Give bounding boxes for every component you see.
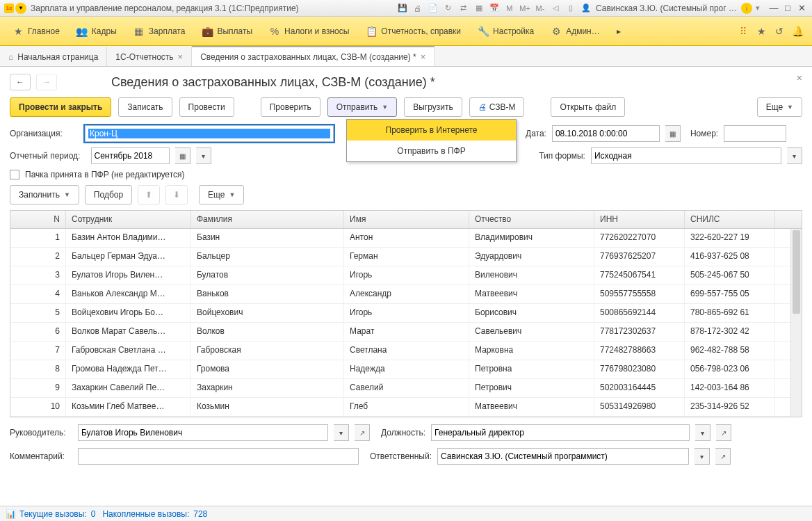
select-button[interactable]: Подбор xyxy=(85,185,132,205)
more-button[interactable]: Еще ▼ xyxy=(757,97,802,117)
menu-item-2[interactable]: ▦Зарплата xyxy=(125,17,194,45)
maximize-icon[interactable]: □ xyxy=(781,3,794,14)
export-button[interactable]: Выгрузить xyxy=(404,97,462,117)
table-row[interactable]: 5Войцехович Игорь Бо…ВойцеховичИгорьБори… xyxy=(10,304,802,323)
menu-item-4[interactable]: %Налоги и взносы xyxy=(261,17,357,45)
cell-inn: 775245067541 xyxy=(594,266,685,284)
tab-close-icon[interactable]: × xyxy=(178,51,184,62)
date-input[interactable]: 08.10.2018 0:00:00 xyxy=(552,125,660,142)
info-dropdown-icon[interactable]: ▾ xyxy=(752,3,763,14)
resp-dropdown-icon[interactable]: ▾ xyxy=(695,448,710,465)
date-picker-icon[interactable]: ▦ xyxy=(665,125,681,142)
period-input[interactable]: Сентябрь 2018 xyxy=(91,147,170,164)
post-close-button[interactable]: Провести и закрыть xyxy=(10,97,111,117)
head-open-icon[interactable]: ↗ xyxy=(355,424,370,441)
open-file-button[interactable]: Открыть файл xyxy=(551,97,625,117)
org-input[interactable]: Крон-Ц xyxy=(85,125,334,142)
table-row[interactable]: 2Бальцер Герман Эдуа…БальцерГерманЭдуард… xyxy=(10,248,802,266)
table-row[interactable]: 4Ваньков Александр М…ВаньковАлександрМат… xyxy=(10,285,802,304)
pos-label: Должность: xyxy=(381,428,425,438)
app-dropdown-icon[interactable]: ▼ xyxy=(15,3,26,14)
check-button[interactable]: Проверить xyxy=(261,97,320,117)
org-label: Организация: xyxy=(10,129,79,138)
menu-item-1[interactable]: 👥Кадры xyxy=(68,17,125,45)
refresh-icon[interactable]: ↻ xyxy=(443,3,454,14)
table-row[interactable]: 9Захаркин Савелий Пе…ЗахаркинСавелийПетр… xyxy=(10,379,802,398)
menu-item-0[interactable]: ★Главное xyxy=(4,17,68,45)
col-snils[interactable]: СНИЛС xyxy=(685,211,775,228)
table-row[interactable]: 8Громова Надежда Пет…ГромоваНадеждаПетро… xyxy=(10,360,802,379)
head-input[interactable]: Булатов Игорь Виленович xyxy=(78,424,328,441)
close-window-icon[interactable]: ✕ xyxy=(795,3,808,14)
form-close-icon[interactable]: × xyxy=(797,72,802,83)
resp-input[interactable]: Савинская З.Ю. (Системный программист) xyxy=(437,448,689,465)
history-icon[interactable]: ↺ xyxy=(773,25,786,38)
col-name[interactable]: Имя xyxy=(344,211,469,228)
table-row[interactable]: 3Булатов Игорь Вилен…БулатовИгорьВиленов… xyxy=(10,266,802,285)
formtype-dropdown-icon[interactable]: ▾ xyxy=(787,147,802,164)
bell-icon[interactable]: 🔔 xyxy=(791,25,804,38)
tab-1c-reporting[interactable]: 1С-Отчетность × xyxy=(107,46,192,66)
head-dropdown-icon[interactable]: ▾ xyxy=(334,424,349,441)
pos-open-icon[interactable]: ↗ xyxy=(716,424,731,441)
formtype-input[interactable]: Исходная xyxy=(591,147,781,164)
number-input[interactable] xyxy=(724,125,786,142)
info-icon[interactable]: i xyxy=(741,3,752,14)
m-icon[interactable]: M xyxy=(504,3,515,14)
m-plus-icon[interactable]: M+ xyxy=(519,3,530,14)
nav-forward-button[interactable]: → xyxy=(36,74,57,90)
col-patronymic[interactable]: Отчество xyxy=(469,211,594,228)
menu-item-6[interactable]: 🔧Настройка xyxy=(469,17,542,45)
nav-back-button[interactable]: ← xyxy=(10,74,31,90)
menu-item-7[interactable]: ⚙Админ… xyxy=(542,17,608,45)
table-scrollbar[interactable] xyxy=(790,229,802,417)
pfr-checkbox[interactable] xyxy=(10,170,19,179)
save-button[interactable]: Записать xyxy=(118,97,172,117)
table-body[interactable]: 1Базин Антон Владими…БазинАнтонВладимиро… xyxy=(10,229,802,417)
minimize-icon[interactable]: — xyxy=(768,3,780,14)
post-button[interactable]: Провести xyxy=(179,97,234,117)
dropdown-check-internet[interactable]: Проверить в Интернете xyxy=(347,120,516,141)
send-button[interactable]: Отправить ▼ xyxy=(327,97,397,117)
calc-icon[interactable]: ▦ xyxy=(473,3,485,14)
pos-input[interactable]: Генеральный директор xyxy=(431,424,690,441)
book-icon[interactable]: ▯ xyxy=(565,3,576,14)
period-calendar-icon[interactable]: ▦ xyxy=(175,147,190,164)
table-more-button[interactable]: Еще ▼ xyxy=(199,185,244,205)
tab-close-icon[interactable]: × xyxy=(421,51,426,62)
period-dropdown-icon[interactable]: ▾ xyxy=(196,147,211,164)
doc-icon[interactable]: 📄 xyxy=(428,3,439,14)
table-row[interactable]: 1Базин Антон Владими…БазинАнтонВладимиро… xyxy=(10,229,802,248)
comment-input[interactable] xyxy=(78,448,359,465)
m-minus-icon[interactable]: M- xyxy=(535,3,546,14)
print-icon[interactable]: 🖨 xyxy=(412,3,423,14)
save-icon[interactable]: 💾 xyxy=(397,3,408,14)
resp-open-icon[interactable]: ↗ xyxy=(715,448,731,465)
menu-more-icon[interactable]: ▸ xyxy=(608,17,629,45)
current-user[interactable]: Савинская З.Ю. (Системный прог … xyxy=(596,3,737,13)
col-surname[interactable]: Фамилия xyxy=(191,211,344,228)
col-inn[interactable]: ИНН xyxy=(594,211,685,228)
move-up-button[interactable]: ⬆ xyxy=(138,185,160,205)
tab-home[interactable]: ⌂ Начальная страница xyxy=(0,46,107,66)
compare-icon[interactable]: ⇄ xyxy=(458,3,469,14)
fill-button[interactable]: Заполнить ▼ xyxy=(10,185,79,205)
col-employee[interactable]: Сотрудник xyxy=(66,211,191,228)
cell-patronymic: Савельевич xyxy=(469,323,594,341)
move-down-button[interactable]: ⬇ xyxy=(165,185,188,205)
szvm-button[interactable]: 🖨 СЗВ-М xyxy=(469,97,525,117)
calendar-icon[interactable]: 📅 xyxy=(489,3,500,14)
menu-item-5[interactable]: 📋Отчетность, справки xyxy=(357,17,469,45)
menu-item-3[interactable]: 💼Выплаты xyxy=(193,17,261,45)
table-row[interactable]: 6Волков Марат Савель…ВолковМаратСавельев… xyxy=(10,323,802,342)
scrollbar-thumb[interactable] xyxy=(793,230,800,314)
apps-icon[interactable]: ⠿ xyxy=(737,25,749,38)
back-icon[interactable]: ◁ xyxy=(550,3,561,14)
table-row[interactable]: 7Габровская Светлана …ГабровскаяСветлана… xyxy=(10,342,802,360)
tab-szvm[interactable]: Сведения о застрахованных лицах, СЗВ-М (… xyxy=(192,46,435,66)
star-icon[interactable]: ★ xyxy=(755,25,768,38)
table-row[interactable]: 10Козьмин Глеб Матвее…КозьминГлебМатвеев… xyxy=(10,398,802,417)
pos-dropdown-icon[interactable]: ▾ xyxy=(695,424,710,441)
dropdown-send-pfr[interactable]: Отправить в ПФР xyxy=(347,141,516,161)
col-n[interactable]: N xyxy=(10,211,66,228)
